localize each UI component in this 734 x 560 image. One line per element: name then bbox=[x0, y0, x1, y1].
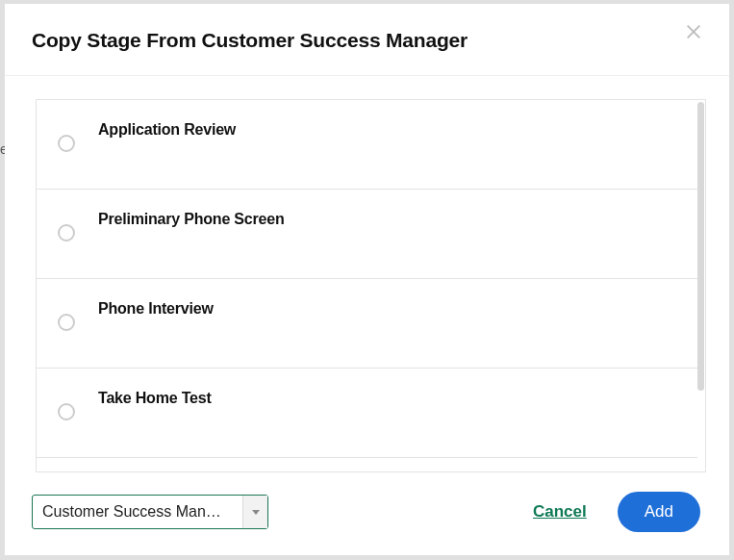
stage-item-preliminary-phone-screen[interactable]: Preliminary Phone Screen bbox=[37, 190, 697, 279]
close-button[interactable] bbox=[685, 23, 702, 42]
copy-stage-modal: Copy Stage From Customer Success Manager… bbox=[5, 4, 729, 555]
chevron-down-icon bbox=[252, 510, 260, 515]
stage-item-take-home-test[interactable]: Take Home Test bbox=[37, 369, 697, 458]
footer-actions: Cancel Add bbox=[533, 492, 700, 532]
stage-item-application-review[interactable]: Application Review bbox=[37, 100, 697, 190]
stage-label: Preliminary Phone Screen bbox=[98, 211, 285, 228]
scrollbar[interactable] bbox=[697, 100, 705, 471]
radio-icon[interactable] bbox=[58, 403, 75, 420]
cancel-button[interactable]: Cancel bbox=[533, 502, 587, 522]
stage-item-phone-interview[interactable]: Phone Interview bbox=[37, 279, 697, 369]
modal-header: Copy Stage From Customer Success Manager bbox=[5, 4, 729, 76]
stage-list: Application Review Preliminary Phone Scr… bbox=[37, 100, 697, 471]
stage-label: Application Review bbox=[98, 121, 236, 139]
modal-footer: Customer Success Man… Cancel Add bbox=[5, 472, 729, 555]
modal-title: Copy Stage From Customer Success Manager bbox=[32, 29, 468, 52]
add-button[interactable]: Add bbox=[618, 492, 700, 532]
source-job-dropdown[interactable]: Customer Success Man… bbox=[32, 495, 268, 529]
stage-label: Phone Interview bbox=[98, 300, 214, 318]
radio-icon[interactable] bbox=[58, 224, 75, 242]
modal-body: Application Review Preliminary Phone Scr… bbox=[5, 76, 729, 472]
dropdown-caret bbox=[242, 496, 267, 528]
stage-label: Take Home Test bbox=[98, 390, 212, 407]
stage-list-container: Application Review Preliminary Phone Scr… bbox=[36, 99, 706, 472]
close-icon bbox=[685, 23, 702, 40]
radio-icon[interactable] bbox=[58, 135, 75, 152]
dropdown-label: Customer Success Man… bbox=[33, 503, 242, 521]
radio-icon[interactable] bbox=[58, 314, 75, 331]
stage-item-face-to-face[interactable]: Face to Face bbox=[37, 458, 697, 471]
scrollbar-thumb[interactable] bbox=[697, 102, 704, 391]
